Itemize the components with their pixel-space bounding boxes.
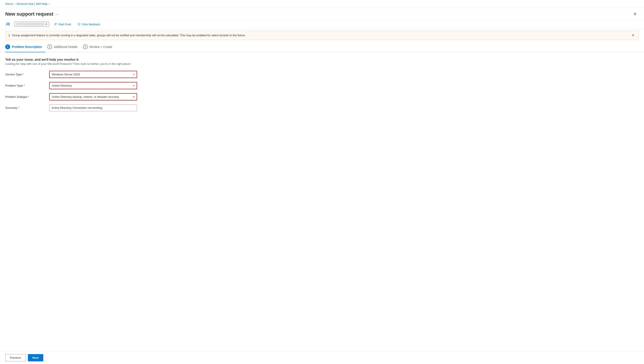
svg-point-1 [8,23,10,24]
problem-type-field: Active Directory ▾ [49,82,137,89]
step-additional-details[interactable]: 2 Additional Details [47,42,81,52]
breadcrumb: Home › Services Hub | Self Help › [0,0,644,8]
next-button[interactable]: Next [28,354,43,361]
service-type-required: * [23,73,24,76]
summary-required: * [18,106,19,110]
step-review-create[interactable]: 3 Review + Create [83,42,116,52]
start-over-label: Start Over [58,23,71,26]
step-problem-description[interactable]: 1 Problem Description [5,42,46,52]
summary-field [49,104,137,111]
steps-navigation: 1 Problem Description 2 Additional Detai… [0,42,644,52]
step-number-3: 3 [83,44,88,49]
problem-subtype-label: Problem Subtype * [5,95,49,99]
service-type-row: Service Type * Windows Server 2019 ▾ [5,71,639,78]
page-title: New support request [5,11,54,17]
previous-button[interactable]: Previous [5,354,26,361]
step-number-2: 2 [47,44,52,49]
problem-type-dropdown[interactable]: Active Directory ▾ [49,82,137,89]
groups-icon [5,22,10,27]
page-header: New support request ··· ✕ [0,8,644,20]
problem-type-value: Active Directory [52,84,72,87]
alert-icon: ℹ [8,34,10,38]
step-label-2: Additional Details [54,45,78,49]
form-headline: Tell us your issue, and we'll help you r… [5,58,639,61]
header-ellipsis-menu[interactable]: ··· [55,12,59,17]
refresh-icon: ↺ [54,22,57,26]
service-type-field: Windows Server 2019 ▾ [49,71,137,78]
toolbar: ▾ ↺ Start Over 🗨 Give feedback [0,20,644,29]
tenant-placeholder [16,23,44,26]
breadcrumb-sep-2: › [49,2,50,6]
feedback-icon: 🗨 [77,23,81,26]
problem-type-required: * [24,84,25,87]
breadcrumb-services-hub[interactable]: Services Hub | Self Help [16,2,48,6]
problem-type-row: Problem Type * Active Directory ▾ [5,82,639,89]
page-footer: Previous Next [0,351,644,364]
problem-subtype-chevron-icon: ▾ [133,95,134,99]
problem-subtype-field: Active Directory backup, restore, or dis… [49,93,137,101]
close-button[interactable]: ✕ [632,11,639,18]
step-label-1: Problem Description [12,45,42,49]
give-feedback-button[interactable]: 🗨 Give feedback [76,22,102,27]
start-over-button[interactable]: ↺ Start Over [53,21,72,27]
alert-close-button[interactable]: ✕ [631,33,636,37]
breadcrumb-home[interactable]: Home [5,2,13,6]
chevron-down-icon: ▾ [46,23,47,26]
breadcrumb-sep-1: › [14,2,15,6]
alert-message: Group assignment feature is currently ru… [12,33,628,38]
problem-subtype-required: * [28,95,29,99]
problem-type-label: Problem Type * [5,84,49,87]
summary-input[interactable] [49,104,137,111]
problem-subtype-row: Problem Subtype * Active Directory backu… [5,93,639,101]
problem-subtype-value: Active Directory backup, restore, or dis… [52,95,119,99]
step-number-1: 1 [5,44,10,49]
alert-banner: ℹ Group assignment feature is currently … [5,31,639,40]
service-type-chevron-icon: ▾ [133,73,134,76]
form-subtext: Looking for help with one of your Micros… [5,62,639,66]
service-type-label: Service Type * [5,73,49,76]
summary-label: Summary * [5,106,49,110]
summary-row: Summary * [5,104,639,111]
step-label-3: Review + Create [90,45,112,49]
svg-point-0 [6,23,8,25]
tenant-dropdown[interactable]: ▾ [14,22,49,27]
service-type-dropdown[interactable]: Windows Server 2019 ▾ [49,71,137,78]
give-feedback-label: Give feedback [82,23,100,26]
problem-subtype-dropdown[interactable]: Active Directory backup, restore, or dis… [49,93,137,101]
form-content: Tell us your issue, and we'll help you r… [0,52,644,119]
service-type-value: Windows Server 2019 [52,73,80,76]
problem-type-chevron-icon: ▾ [133,84,134,87]
